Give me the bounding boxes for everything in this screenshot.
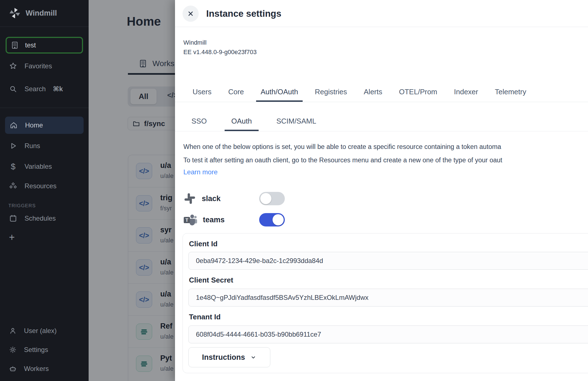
divider — [175, 27, 588, 27]
sidebar-item-user[interactable]: User (alex) — [9, 327, 57, 335]
subtab-scim-saml[interactable]: SCIM/SAML — [270, 115, 323, 131]
client-id-label: Client Id — [189, 240, 218, 248]
sidebar-item-label: Variables — [25, 163, 52, 170]
sidebar-item-label: Schedules — [25, 214, 56, 222]
play-icon — [9, 142, 17, 150]
client-secret-input[interactable] — [188, 289, 588, 307]
teams-icon: T — [183, 214, 197, 226]
sidebar-item-label: Home — [25, 121, 43, 129]
sidebar-item-home[interactable]: Home — [5, 117, 84, 134]
instructions-label: Instructions — [202, 353, 245, 362]
workspace-selector[interactable]: test — [6, 37, 83, 54]
slack-label: slack — [202, 194, 246, 203]
slack-row: slack — [183, 191, 490, 206]
instance-settings-drawer: Instance settings Windmill EE v1.448.0-9… — [175, 0, 588, 381]
slack-toggle[interactable] — [259, 192, 285, 205]
brand[interactable]: Windmill — [8, 7, 57, 20]
sidebar-item-label: Workers — [24, 365, 49, 373]
sidebar-item-label: Runs — [25, 142, 40, 150]
sidebar: Windmill test Favorites — [0, 0, 89, 381]
description-line-2: To test it after setting an oauth client… — [183, 153, 588, 167]
brand-label: Windmill — [26, 9, 57, 18]
sidebar-item-search[interactable]: Search ⌘k — [9, 85, 63, 93]
app-name: Windmill — [183, 38, 257, 47]
search-icon — [9, 85, 17, 93]
toggle-knob — [273, 214, 284, 225]
sidebar-item-settings[interactable]: Settings — [9, 346, 48, 354]
version-string: EE v1.448.0-9-g00e23f703 — [183, 47, 257, 57]
sidebar-item-variables[interactable]: $ Variables — [9, 162, 52, 171]
sidebar-item-label: Search — [25, 85, 46, 93]
subtab-sso[interactable]: SSO — [185, 115, 213, 131]
add-trigger-button[interactable]: + — [9, 232, 15, 243]
tab-telemetry[interactable]: Telemetry — [490, 86, 531, 102]
tab-users[interactable]: Users — [188, 86, 216, 102]
tab-registries[interactable]: Registries — [310, 86, 352, 102]
divider — [0, 108, 89, 108]
toggle-knob — [260, 193, 271, 204]
user-icon — [9, 327, 17, 335]
auth-subtabs: SSO OAuth SCIM/SAML — [175, 115, 588, 131]
tab-alerts[interactable]: Alerts — [359, 86, 387, 102]
tenant-id-label: Tenant Id — [189, 313, 221, 321]
subtab-oauth[interactable]: OAuth — [225, 115, 259, 131]
cubes-icon — [9, 182, 17, 190]
dollar-icon: $ — [9, 162, 17, 171]
description-line-1: When one of the below options is set, yo… — [183, 140, 588, 153]
sidebar-item-resources[interactable]: Resources — [9, 182, 57, 190]
search-shortcut: ⌘k — [53, 85, 63, 93]
teams-row: T teams — [183, 213, 490, 227]
sidebar-item-label: Resources — [25, 182, 57, 190]
chevron-down-icon — [250, 354, 257, 361]
version-info: Windmill EE v1.448.0-9-g00e23f703 — [183, 38, 257, 57]
slack-icon — [183, 192, 196, 205]
divider — [0, 26, 89, 27]
tenant-id-input[interactable] — [188, 325, 588, 343]
teams-label: teams — [203, 216, 247, 224]
sidebar-item-schedules[interactable]: Schedules — [9, 214, 56, 223]
settings-tabs: Users Core Auth/OAuth Registries Alerts … — [175, 86, 588, 102]
drawer-title: Instance settings — [206, 8, 281, 19]
building-icon — [11, 41, 19, 49]
tab-auth-oauth[interactable]: Auth/OAuth — [256, 86, 302, 102]
close-button[interactable] — [183, 6, 199, 22]
sidebar-item-workers[interactable]: Workers — [9, 365, 49, 373]
sidebar-item-runs[interactable]: Runs — [9, 142, 40, 150]
teams-config-panel: Client Id Client Secret Tenant Id Instru… — [183, 233, 588, 373]
sidebar-item-label: Favorites — [25, 62, 52, 70]
windmill-logo-icon — [8, 7, 21, 20]
workspace-label: test — [25, 41, 36, 49]
close-icon — [186, 9, 195, 18]
calendar-icon — [9, 214, 17, 223]
sidebar-item-label: User (alex) — [24, 327, 57, 335]
star-icon — [9, 62, 17, 70]
client-id-input[interactable] — [188, 252, 588, 270]
sidebar-item-favorites[interactable]: Favorites — [9, 62, 52, 70]
gear-icon — [9, 346, 17, 354]
oauth-description: When one of the below options is set, yo… — [183, 140, 588, 167]
home-icon — [9, 121, 18, 129]
tab-indexer[interactable]: Indexer — [449, 86, 483, 102]
robot-icon — [9, 365, 17, 373]
triggers-heading: TRIGGERS — [8, 203, 36, 209]
sidebar-item-label: Settings — [24, 346, 48, 354]
tab-otel-prom[interactable]: OTEL/Prom — [395, 86, 442, 102]
tab-core[interactable]: Core — [224, 86, 248, 102]
client-secret-label: Client Secret — [189, 276, 233, 284]
learn-more-link[interactable]: Learn more — [183, 168, 218, 176]
svg-text:T: T — [185, 218, 188, 223]
teams-toggle[interactable] — [259, 213, 285, 226]
instructions-button[interactable]: Instructions — [188, 347, 270, 367]
